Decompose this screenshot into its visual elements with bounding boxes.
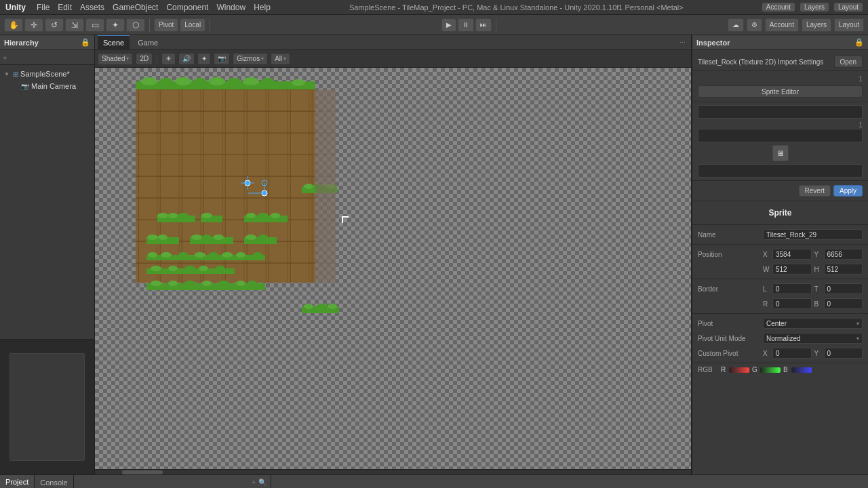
insp-apply-btn[interactable]: Apply bbox=[833, 185, 863, 197]
svg-point-72 bbox=[199, 266, 208, 271]
g-bar[interactable] bbox=[760, 367, 781, 373]
camera-item[interactable]: 📷 Main Camera bbox=[0, 80, 94, 92]
pos-w-value[interactable]: 512 bbox=[772, 264, 812, 274]
scale-tool[interactable]: ⇲ bbox=[65, 18, 84, 32]
pivot-btn[interactable]: Pivot bbox=[154, 18, 178, 32]
sprite-editor-btn[interactable]: Sprite Editor bbox=[698, 85, 863, 98]
menu-assets[interactable]: Assets bbox=[80, 3, 104, 12]
svg-point-64 bbox=[209, 252, 218, 258]
layout-btn[interactable]: Layout bbox=[834, 18, 864, 32]
slider-2[interactable] bbox=[698, 129, 863, 142]
gizmos-btn[interactable]: Gizmos ▾ bbox=[233, 53, 268, 65]
menu-edit[interactable]: Edit bbox=[58, 3, 72, 12]
open-btn[interactable]: Open bbox=[834, 56, 863, 68]
slider-3[interactable] bbox=[698, 164, 863, 178]
pos-w-label: W bbox=[763, 266, 771, 273]
slider-1[interactable] bbox=[698, 105, 863, 119]
audio-btn[interactable]: 🔊 bbox=[178, 53, 195, 65]
pivot-section: Pivot Center ▾ Pivot Unit Mode Normalize… bbox=[692, 314, 868, 363]
pos-h-label: H bbox=[814, 266, 823, 273]
border-t-value[interactable]: 0 bbox=[824, 283, 863, 294]
move-tool[interactable]: ✛ bbox=[24, 18, 43, 32]
pos-h-value[interactable]: 512 bbox=[824, 264, 863, 274]
scene-scrollbar-h[interactable] bbox=[95, 469, 691, 474]
shaded-btn[interactable]: Shaded ▾ bbox=[98, 53, 133, 65]
scene-arrow: ▼ bbox=[4, 71, 11, 77]
menu-window[interactable]: Window bbox=[216, 3, 245, 12]
step-btn[interactable]: ⏭ bbox=[475, 18, 492, 32]
inspector-lock[interactable]: 🔒 bbox=[854, 38, 864, 47]
2d-btn[interactable]: 2D bbox=[136, 53, 153, 65]
svg-point-77 bbox=[184, 281, 195, 286]
pivot-select[interactable]: Center ▾ bbox=[763, 318, 863, 329]
svg-point-73 bbox=[216, 266, 225, 271]
hierarchy-lock[interactable]: 🔒 bbox=[81, 38, 90, 47]
preview-icon: 🖥 bbox=[772, 145, 789, 161]
name-row: Name Tileset_Rock_29 bbox=[698, 228, 863, 241]
pause-btn[interactable]: ⏸ bbox=[458, 18, 474, 32]
services-btn[interactable]: ⚙ bbox=[747, 18, 762, 32]
scene-canvas[interactable]: RRCG 人人素材 bbox=[95, 68, 691, 469]
custom-x-value[interactable]: 0 bbox=[772, 348, 812, 359]
name-value[interactable]: Tileset_Rock_29 bbox=[763, 229, 863, 240]
menu-bar-right: Account Layers Layout bbox=[762, 3, 863, 12]
search-icon[interactable]: 🔍 bbox=[258, 479, 267, 486]
svg-point-65 bbox=[222, 252, 233, 258]
layers-btn[interactable]: Layers bbox=[802, 18, 831, 32]
scene-lock-icon[interactable]: ⋯ bbox=[679, 39, 686, 46]
account-btn[interactable]: Account bbox=[765, 18, 799, 32]
svg-point-53 bbox=[158, 235, 167, 240]
border-r-value[interactable]: 0 bbox=[772, 298, 812, 309]
hand-tool[interactable]: ✋ bbox=[4, 18, 23, 32]
scene-scroll-thumb[interactable] bbox=[122, 470, 163, 474]
add-icon[interactable]: + bbox=[252, 479, 256, 486]
collab-btn[interactable]: ☁ bbox=[728, 18, 744, 32]
pivot-unit-select[interactable]: Normalized ▾ bbox=[763, 333, 863, 344]
scene-camera-btn[interactable]: 📷 bbox=[214, 53, 230, 65]
lights-btn[interactable]: ☀ bbox=[161, 53, 176, 65]
svg-point-78 bbox=[202, 281, 212, 286]
r-bar[interactable] bbox=[729, 367, 749, 373]
account-badge[interactable]: Account bbox=[762, 3, 795, 12]
sprite-section-title: Sprite bbox=[698, 205, 863, 220]
border-b-label: B bbox=[814, 300, 823, 308]
slider-num-row: 1 bbox=[698, 121, 863, 129]
pos-x-value[interactable]: 3584 bbox=[772, 249, 812, 260]
scene-item[interactable]: ▼ ⊞ SampleScene* bbox=[0, 68, 94, 80]
rotate-tool[interactable]: ↺ bbox=[45, 18, 64, 32]
fx-btn[interactable]: ✦ bbox=[197, 53, 211, 65]
hierarchy-add-btn[interactable]: + bbox=[3, 54, 7, 62]
hierarchy-content: ▼ ⊞ SampleScene* 📷 Main Camera bbox=[0, 65, 94, 339]
menu-help[interactable]: Help bbox=[254, 3, 271, 12]
scene-label: SampleScene* bbox=[20, 70, 70, 78]
texture-title-row: Tileset_Rock (Texture 2D) Import Setting… bbox=[692, 53, 868, 71]
tab-console[interactable]: Console bbox=[35, 475, 73, 488]
tab-project[interactable]: Project bbox=[0, 475, 35, 488]
menu-gameobject[interactable]: GameObject bbox=[113, 3, 158, 12]
svg-point-21 bbox=[292, 79, 305, 86]
layers-badge[interactable]: Layers bbox=[800, 3, 829, 12]
insp-revert-btn[interactable]: Revert bbox=[799, 185, 831, 197]
custom-tool[interactable]: ⬡ bbox=[126, 18, 145, 32]
border-b-value[interactable]: 0 bbox=[824, 298, 863, 309]
tab-game[interactable]: Game bbox=[132, 35, 163, 50]
rect-tool[interactable]: ▭ bbox=[85, 18, 104, 32]
scene-tab-bar: Scene Game ⋯ bbox=[95, 35, 691, 50]
all-btn[interactable]: All ▾ bbox=[271, 53, 290, 65]
layout-badge[interactable]: Layout bbox=[834, 3, 863, 12]
svg-point-55 bbox=[202, 235, 212, 240]
menu-component[interactable]: Component bbox=[166, 3, 208, 12]
project-actions[interactable]: + 🔍 bbox=[252, 475, 271, 488]
pos-y-coord: Y 6656 bbox=[814, 249, 863, 260]
b-bar[interactable] bbox=[791, 367, 812, 373]
play-btn[interactable]: ▶ bbox=[441, 18, 456, 32]
menu-file[interactable]: File bbox=[37, 3, 50, 12]
local-btn[interactable]: Local bbox=[180, 18, 205, 32]
custom-y-value[interactable]: 0 bbox=[824, 348, 863, 359]
tab-scene[interactable]: Scene bbox=[98, 35, 130, 50]
custom-y-coord: Y 0 bbox=[814, 348, 863, 359]
border-l-value[interactable]: 0 bbox=[772, 283, 812, 294]
pos-y-value[interactable]: 6656 bbox=[824, 249, 863, 260]
transform-tool[interactable]: ✦ bbox=[106, 18, 125, 32]
menu-bar: Unity File Edit Assets GameObject Compon… bbox=[0, 0, 868, 15]
